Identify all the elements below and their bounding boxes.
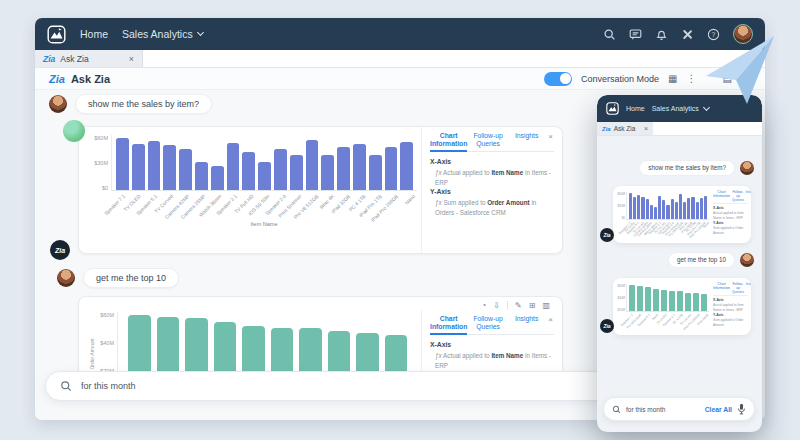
edit-icon[interactable]: ✎ bbox=[515, 301, 522, 310]
zia-avatar: Zia bbox=[50, 240, 70, 260]
tab-chart-information[interactable]: Chart Information bbox=[713, 190, 730, 202]
tab-close-icon[interactable]: × bbox=[644, 125, 648, 132]
conversation-mode-label: Conversation Mode bbox=[581, 74, 659, 84]
popup-conversation-area: show me the sales by item? $60M$30M$0Spe… bbox=[597, 136, 762, 432]
ask-zia-popup-panel: Home Sales Analytics Zia Ask Zia × show … bbox=[597, 95, 762, 432]
tab-close-icon[interactable]: × bbox=[129, 54, 134, 64]
analytics-logo-icon[interactable] bbox=[47, 25, 66, 44]
tools-icon[interactable] bbox=[681, 28, 694, 41]
zia-status-dot bbox=[63, 120, 85, 142]
tab-follow-up-queries[interactable]: Follow-up Queries bbox=[470, 315, 505, 331]
conversation-mode-toggle[interactable] bbox=[544, 72, 572, 86]
tab-insights[interactable]: Insights bbox=[509, 132, 544, 140]
top-navbar: Home Sales Analytics ? bbox=[35, 18, 765, 50]
workspace-tab-bar: Zia Ask Zia × bbox=[35, 50, 765, 68]
chevron-down-icon bbox=[197, 29, 204, 36]
clear-all-link[interactable]: Clear All bbox=[705, 406, 732, 413]
card-tabs: Chart Information Follow-up Queries Insi… bbox=[430, 315, 554, 335]
mini-sales-by-item-chart[interactable]: $60M$30M$0Speaker 7.1TV OLEDSpeaker 5.1T… bbox=[617, 192, 709, 231]
microphone-icon[interactable] bbox=[737, 403, 746, 415]
card-tabs: Chart Information Follow-up Queries Insi… bbox=[713, 190, 748, 204]
chart-information-panel: X-Axis Actual applied to Item Name in It… bbox=[713, 206, 748, 235]
user-message-bubble: show me the sales by item? bbox=[75, 94, 212, 114]
tab-ask-zia[interactable]: Zia Ask Zia × bbox=[597, 122, 653, 135]
user-message-avatar bbox=[49, 95, 67, 113]
nav-workspace-selector[interactable]: Sales Analytics bbox=[122, 28, 203, 40]
user-message-avatar bbox=[740, 161, 754, 175]
refresh-icon[interactable]: ◔ bbox=[481, 301, 486, 310]
table-view-icon[interactable]: ⊞ bbox=[529, 301, 536, 310]
chart-toolbar: ◔ ⇩ ✎ ⊞ ▥ bbox=[79, 297, 562, 310]
card-tabs: Chart Information Follow-up Queries Insi… bbox=[713, 282, 748, 296]
nav-home[interactable]: Home bbox=[626, 105, 645, 112]
chart-type-icon[interactable]: ▥ bbox=[542, 301, 550, 310]
tab-follow-up-queries[interactable]: Follow-up Queries bbox=[732, 282, 744, 294]
user-message-bubble: show me the sales by item? bbox=[639, 160, 735, 176]
mini-chart-card-top-10: $60M$40M$20MSpeaker 7.1Pro V8 512GBSpeak… bbox=[613, 278, 751, 335]
tab-ask-zia[interactable]: Zia Ask Zia × bbox=[35, 50, 143, 67]
tab-chart-information[interactable]: Chart Information bbox=[713, 282, 730, 294]
chart-card-sales-by-item: $60M$30M$0Speaker 7.1TV OLEDSpeaker 5.1T… bbox=[78, 126, 563, 254]
paper-plane-cursor bbox=[700, 30, 780, 108]
tab-label: Ask Zia bbox=[60, 54, 88, 64]
download-icon[interactable]: ⇩ bbox=[493, 301, 500, 310]
popup-query-bar[interactable]: Clear All bbox=[603, 397, 755, 421]
search-icon bbox=[612, 405, 621, 414]
page-title: Ask Zia bbox=[71, 73, 110, 85]
mini-top-10-chart[interactable]: $60M$40M$20MSpeaker 7.1Pro V8 512GBSpeak… bbox=[617, 284, 709, 323]
tab-follow-up-queries[interactable]: Follow-up Queries bbox=[470, 132, 505, 148]
tab-follow-up-queries[interactable]: Follow-up Queries bbox=[732, 190, 744, 202]
tab-insights[interactable]: Insights bbox=[509, 315, 544, 323]
chart-information-panel: X-Axis ƒx Actual applied to Item Name in… bbox=[430, 157, 554, 217]
nav-home[interactable]: Home bbox=[80, 28, 108, 40]
popup-query-input[interactable] bbox=[626, 406, 700, 413]
zia-logo: Zia bbox=[43, 54, 55, 64]
zia-logo: Zia bbox=[602, 126, 611, 132]
popup-tab-bar: Zia Ask Zia × bbox=[597, 122, 762, 136]
ask-zia-header: Zia Ask Zia Conversation Mode ▦ ⋮ ▤ ⋮ bbox=[35, 68, 765, 90]
mini-chart-card-sales: $60M$30M$0Speaker 7.1TV OLEDSpeaker 5.1T… bbox=[613, 186, 751, 243]
analytics-logo-icon[interactable] bbox=[606, 102, 619, 115]
zia-avatar: Zia bbox=[600, 319, 614, 333]
card-close-icon[interactable]: × bbox=[547, 132, 554, 141]
user-message-bubble: get me the top 10 bbox=[83, 268, 179, 288]
user-message-avatar bbox=[57, 269, 75, 287]
report-grid-icon[interactable]: ▦ bbox=[668, 74, 677, 84]
tab-insights[interactable]: Insights bbox=[746, 190, 751, 202]
feedback-icon[interactable] bbox=[629, 28, 642, 41]
zia-logo: Zia bbox=[49, 73, 65, 85]
top-10-chart[interactable]: Σ Order Amount$60M$40M$20M bbox=[89, 312, 417, 374]
tab-chart-information[interactable]: Chart Information bbox=[430, 132, 467, 152]
card-close-icon[interactable]: × bbox=[547, 315, 554, 324]
tab-insights[interactable]: Insights bbox=[746, 282, 751, 294]
notifications-bell-icon[interactable] bbox=[655, 28, 668, 41]
sales-by-item-chart[interactable]: $60M$30M$0Speaker 7.1TV OLEDSpeaker 5.1T… bbox=[89, 135, 417, 227]
user-message-bubble: get me the top 10 bbox=[668, 252, 735, 268]
tab-chart-information[interactable]: Chart Information bbox=[430, 315, 467, 335]
card-tabs: Chart Information Follow-up Queries Insi… bbox=[430, 132, 554, 152]
user-message-avatar bbox=[740, 253, 754, 267]
zia-avatar: Zia bbox=[600, 228, 614, 242]
search-icon[interactable] bbox=[603, 28, 616, 41]
kebab-menu-icon[interactable]: ⋮ bbox=[687, 73, 697, 84]
search-icon bbox=[60, 380, 72, 392]
chart-information-panel: X-Axis Actual applied to Item Name in It… bbox=[713, 298, 748, 327]
